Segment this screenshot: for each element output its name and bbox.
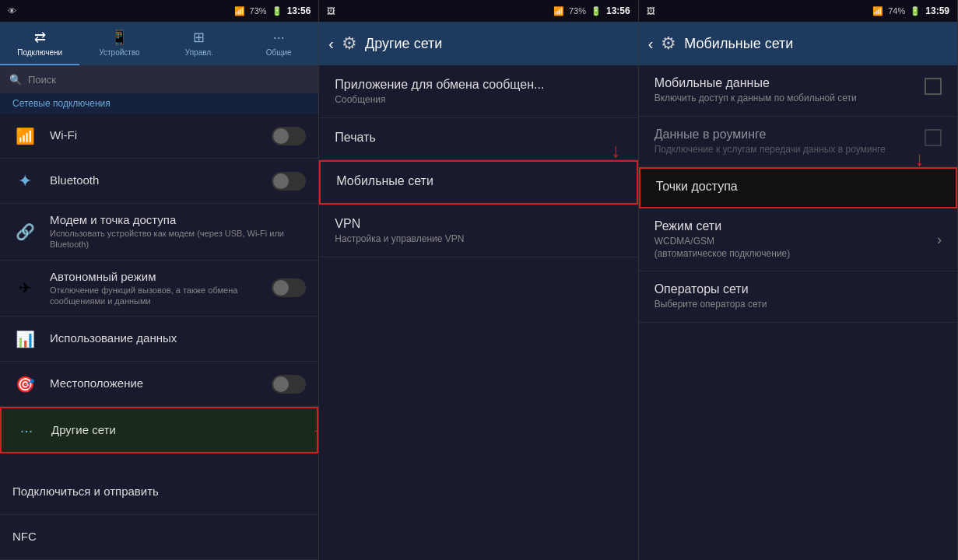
roaming-content: Данные в роуминге Подключение к услугам … [654, 128, 915, 156]
arrow-3: ↓ [914, 147, 925, 171]
tab-bar: ⇄ Подключени 📱 Устройство ⊞ Управл. ··· … [0, 22, 318, 65]
arrow-2: ↓ [611, 138, 621, 163]
settings-item-connect-send[interactable]: Подключиться и отправить [0, 470, 318, 515]
airplane-subtitle: Отключение функций вызовов, а также обме… [50, 285, 272, 307]
mobile-data-sub: Включить доступ к данным по мобильной се… [654, 93, 915, 105]
connect-send-title: Подключиться и отправить [12, 485, 306, 498]
modem-subtitle: Использовать устройство как модем (через… [50, 228, 306, 250]
battery-1: 73% [250, 6, 267, 16]
panel-1: 👁 📶 73% 🔋 13:56 ⇄ Подключени 📱 Устройств… [0, 0, 319, 560]
settings-item-other-networks[interactable]: ··· Другие сети → [0, 407, 318, 453]
access-points-content: Точки доступа [656, 180, 940, 196]
wifi-toggle[interactable] [272, 127, 306, 145]
tab-general[interactable]: ··· Общие [239, 22, 318, 65]
tab-device-label: Устройство [99, 48, 139, 57]
search-bar: 🔍 Поиск [0, 65, 318, 93]
airplane-icon: ✈ [12, 275, 37, 300]
p3-item-access-points[interactable]: Точки доступа ↓ [639, 167, 957, 208]
eye-icon: 👁 [8, 6, 16, 16]
tab-connections[interactable]: ⇄ Подключени [0, 22, 79, 65]
data-usage-content: Использование данных [50, 331, 306, 346]
mobile-data-checkbox[interactable] [925, 78, 942, 95]
status-bar-2: 🖼 📶 73% 🔋 13:56 [319, 0, 637, 22]
mobile-data-title: Мобильные данные [654, 76, 915, 90]
panel-item-print[interactable]: Печать [319, 118, 637, 160]
status-left-3: 🖼 [647, 6, 655, 16]
tab-general-label: Общие [266, 48, 292, 57]
network-operators-content: Операторы сети Выберите оператора сети [654, 282, 942, 311]
access-points-title: Точки доступа [656, 180, 940, 194]
panel-item-vpn[interactable]: VPN Настройка и управление VPN [319, 205, 637, 257]
data-usage-icon: 📊 [12, 327, 37, 352]
battery-2: 73% [569, 6, 586, 16]
p3-item-mobile-data[interactable]: Мобильные данные Включить доступ к данны… [639, 65, 957, 117]
network-operators-sub: Выберите оператора сети [654, 299, 942, 311]
settings-item-location[interactable]: 🎯 Местоположение [0, 362, 318, 407]
panel-2-list: Приложение для обмена сообщен... Сообщен… [319, 65, 637, 560]
print-title: Печать [335, 131, 622, 145]
general-icon: ··· [273, 30, 285, 46]
network-mode-title: Режим сети [654, 219, 937, 233]
messaging-sub: Сообщения [335, 94, 622, 105]
vpn-sub: Настройка и управление VPN [335, 233, 622, 244]
bluetooth-toggle[interactable] [272, 172, 306, 191]
tab-control-label: Управл. [185, 48, 213, 57]
panel-2-header: ‹ ⚙ Другие сети [319, 22, 637, 65]
panel-3-header: ‹ ⚙ Мобильные сети [639, 22, 957, 65]
other-networks-content: Другие сети [51, 423, 304, 438]
signal-icon-3: 📶 [872, 6, 883, 16]
p3-item-network-mode[interactable]: Режим сети WCDMA/GSM(автоматическое подк… [639, 208, 957, 271]
location-title: Местоположение [50, 376, 272, 390]
tab-connections-label: Подключени [17, 48, 62, 57]
airplane-toggle[interactable] [272, 278, 306, 297]
modem-icon: 🔗 [12, 219, 37, 244]
panel-item-messaging[interactable]: Приложение для обмена сообщен... Сообщен… [319, 65, 637, 118]
roaming-sub: Подключение к услугам передачи данных в … [654, 144, 915, 156]
mobile-data-content: Мобильные данные Включить доступ к данны… [654, 76, 915, 105]
arrow-1: → [311, 418, 318, 443]
bluetooth-title: Bluetooth [50, 173, 272, 187]
roaming-title: Данные в роуминге [654, 128, 915, 142]
wifi-icon: 📶 [12, 124, 37, 149]
modem-content: Модем и точка доступа Использовать устро… [50, 213, 306, 250]
panel-2: 🖼 📶 73% 🔋 13:56 ‹ ⚙ Другие сети Приложен… [319, 0, 638, 560]
settings-item-wifi[interactable]: 📶 Wi-Fi [0, 114, 318, 159]
settings-item-data-usage[interactable]: 📊 Использование данных [0, 317, 318, 362]
tab-control[interactable]: ⊞ Управл. [160, 22, 239, 65]
control-icon: ⊞ [193, 29, 205, 46]
device-icon: 📱 [111, 29, 128, 46]
wifi-title: Wi-Fi [50, 128, 272, 142]
signal-icon-1: 📶 [234, 6, 245, 16]
tab-device[interactable]: 📱 Устройство [79, 22, 159, 65]
status-bar-3: 🖼 📶 74% 🔋 13:59 [639, 0, 957, 22]
battery-icon-1: 🔋 [272, 6, 282, 16]
mobile-networks-title: Мобильные сети [336, 174, 620, 188]
vpn-title: VPN [335, 217, 622, 231]
settings-item-modem[interactable]: 🔗 Модем и точка доступа Использовать уст… [0, 204, 318, 261]
p3-item-network-operators[interactable]: Операторы сети Выберите оператора сети [639, 271, 957, 323]
back-button-3[interactable]: ‹ [648, 35, 654, 53]
status-left-1: 👁 [8, 6, 16, 16]
nfc-content: NFC [12, 530, 306, 544]
nfc-title: NFC [12, 530, 306, 543]
time-3: 13:59 [925, 5, 949, 16]
section-header-network: Сетевые подключения [0, 93, 318, 114]
settings-item-airplane[interactable]: ✈ Автономный режим Отключение функций вы… [0, 261, 318, 317]
location-toggle[interactable] [272, 375, 306, 394]
location-icon: 🎯 [12, 372, 37, 397]
connect-send-content: Подключиться и отправить [12, 485, 306, 499]
battery-3: 74% [888, 6, 905, 16]
gear-icon-3: ⚙ [661, 33, 676, 54]
connections-icon: ⇄ [34, 29, 46, 46]
bottom-items: Подключиться и отправить NFC [0, 470, 318, 560]
settings-item-bluetooth[interactable]: ✦ Bluetooth [0, 159, 318, 204]
roaming-checkbox[interactable] [925, 129, 942, 146]
p3-item-roaming[interactable]: Данные в роуминге Подключение к услугам … [639, 117, 957, 168]
panel-3: 🖼 📶 74% 🔋 13:59 ‹ ⚙ Мобильные сети Мобил… [639, 0, 958, 560]
panel-item-mobile-networks[interactable]: Мобильные сети ↓ [319, 160, 637, 205]
photo-icon-3: 🖼 [647, 6, 655, 16]
settings-item-nfc[interactable]: NFC [0, 515, 318, 560]
back-button-2[interactable]: ‹ [328, 35, 334, 53]
messaging-title: Приложение для обмена сообщен... [335, 78, 622, 92]
other-networks-title: Другие сети [51, 423, 304, 436]
